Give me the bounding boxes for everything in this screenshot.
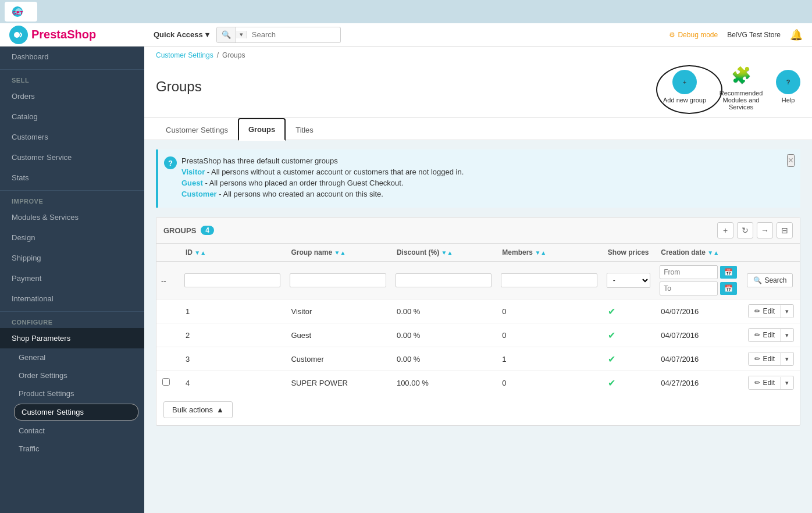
info-box-visitor-line: Visitor - All persons without a customer… xyxy=(181,168,791,176)
filter-show-prices-select[interactable]: - Yes No xyxy=(607,273,650,288)
sidebar-item-catalog[interactable]: Catalog xyxy=(0,106,144,127)
tab-titles[interactable]: Titles xyxy=(286,119,323,140)
sidebar-item-shipping[interactable]: Shipping xyxy=(0,248,144,268)
edit-dropdown-btn-2[interactable]: ▾ xyxy=(781,329,793,341)
breadcrumb-separator: / xyxy=(217,51,219,59)
filter-members-input[interactable] xyxy=(501,273,597,287)
notifications-bell-icon[interactable]: 🔔 xyxy=(790,28,803,41)
sidebar-sub-item-order-settings[interactable]: Order Settings xyxy=(0,366,144,384)
tab-groups[interactable]: Groups xyxy=(238,118,286,141)
edit-main-btn-3[interactable]: ✏ Edit xyxy=(749,352,781,365)
group-name-sort-icon[interactable]: ▼▲ xyxy=(334,250,346,256)
filter-id-input[interactable] xyxy=(184,273,280,287)
content-area: Customer Settings / Groups Groups + Add … xyxy=(144,47,812,513)
row-show-prices-3: ✔ xyxy=(602,347,655,371)
creation-date-sort-icon[interactable]: ▼▲ xyxy=(707,250,719,256)
recommended-modules-button[interactable]: 🧩 Recommended Modules and Services xyxy=(718,63,764,111)
from-calendar-button[interactable]: 📅 xyxy=(720,266,737,279)
quick-access-button[interactable]: Quick Access ▾ xyxy=(154,30,209,39)
row-members-4: 0 xyxy=(496,371,601,395)
from-date-input[interactable] xyxy=(660,265,718,279)
logo-icon xyxy=(9,26,28,44)
to-calendar-button[interactable]: 📅 xyxy=(720,282,737,295)
row-members-2: 0 xyxy=(496,323,601,347)
debug-mode-indicator: ⚙ Debug mode xyxy=(669,31,718,39)
sidebar-item-international[interactable]: International xyxy=(0,288,144,309)
columns-button[interactable]: ⊟ xyxy=(777,222,793,238)
id-sort-icon[interactable]: ▼▲ xyxy=(194,250,206,256)
row-discount-2: 0.00 % xyxy=(391,323,496,347)
row-date-1: 04/07/2016 xyxy=(655,300,742,323)
sidebar-sub-item-general[interactable]: General xyxy=(0,348,144,366)
row-actions-4: ✏ Edit ▾ xyxy=(742,371,800,395)
sidebar-sub-item-customer-settings[interactable]: Customer Settings xyxy=(14,404,138,421)
sidebar-sub-item-contact[interactable]: Contact xyxy=(0,422,144,440)
sidebar-section-improve: IMPROVE xyxy=(0,190,144,207)
sidebar-section-sell: SELL xyxy=(0,69,144,86)
row-actions-3: ✏ Edit ▾ xyxy=(742,347,800,371)
sidebar-sub-item-product-settings[interactable]: Product Settings xyxy=(0,384,144,402)
row-checkbox-4[interactable] xyxy=(162,378,170,386)
filter-search-button[interactable]: 🔍 Search xyxy=(747,273,793,287)
bulk-actions-arrow-icon: ▲ xyxy=(216,405,224,414)
sidebar-item-shop-parameters[interactable]: Shop Parameters xyxy=(0,328,144,348)
table-row: 2 Guest 0.00 % 0 ✔ 04/07/2016 ✏ Edit ▾ xyxy=(156,323,800,347)
row-date-3: 04/07/2016 xyxy=(655,347,742,371)
row-date-2: 04/07/2016 xyxy=(655,323,742,347)
add-new-group-button[interactable]: + Add new group xyxy=(663,70,706,104)
row-id-2: 2 xyxy=(180,323,285,347)
members-sort-icon[interactable]: ▼▲ xyxy=(535,250,546,256)
check-icon: ✔ xyxy=(608,307,615,316)
sidebar-item-payment[interactable]: Payment xyxy=(0,268,144,288)
search-input[interactable] xyxy=(247,30,340,39)
edit-main-btn-1[interactable]: ✏ Edit xyxy=(749,305,781,318)
info-box-close-button[interactable]: × xyxy=(787,154,795,167)
sidebar-item-customer-service[interactable]: Customer Service xyxy=(0,147,144,168)
sidebar-item-design[interactable]: Design xyxy=(0,227,144,248)
sidebar-item-stats[interactable]: Stats xyxy=(0,168,144,188)
filter-name-input[interactable] xyxy=(290,273,386,287)
discount-sort-icon[interactable]: ▼▲ xyxy=(441,250,453,256)
visitor-link[interactable]: Visitor xyxy=(181,168,205,176)
refresh-button[interactable]: ↻ xyxy=(737,222,753,238)
edit-dropdown-btn-1[interactable]: ▾ xyxy=(781,305,793,318)
bulk-actions-button[interactable]: Bulk actions ▲ xyxy=(163,401,233,418)
search-icon[interactable]: 🔍 xyxy=(217,27,236,42)
edit-main-btn-4[interactable]: ✏ Edit xyxy=(749,376,781,389)
breadcrumb-parent-link[interactable]: Customer Settings xyxy=(156,51,213,59)
add-new-group-label: Add new group xyxy=(663,97,706,104)
customer-link[interactable]: Customer xyxy=(181,190,217,198)
sidebar-item-modules[interactable]: Modules & Services xyxy=(0,207,144,227)
row-show-prices-2: ✔ xyxy=(602,323,655,347)
guest-link[interactable]: Guest xyxy=(181,179,203,187)
export-button[interactable]: → xyxy=(757,222,773,238)
add-new-group-wrapper: + Add new group xyxy=(663,70,706,104)
groups-toolbar: + ↻ → ⊟ xyxy=(717,222,793,238)
row-actions-2: ✏ Edit ▾ xyxy=(742,323,800,347)
sidebar: Dashboard SELL Orders Catalog Customers … xyxy=(0,47,144,513)
row-members-3: 1 xyxy=(496,347,601,371)
help-button[interactable]: ? Help xyxy=(776,70,800,104)
groups-title: GROUPS 4 xyxy=(163,226,214,235)
check-icon: ✔ xyxy=(608,354,615,364)
edit-dropdown-btn-3[interactable]: ▾ xyxy=(781,353,793,365)
date-input-row: 📅 📅 xyxy=(660,265,738,295)
from-date-group: 📅 xyxy=(660,265,738,279)
help-icon-circle: ? xyxy=(776,70,800,94)
filter-row: -- xyxy=(156,262,800,300)
question-mark-icon: ? xyxy=(786,79,790,86)
sidebar-item-orders[interactable]: Orders xyxy=(0,86,144,106)
col-checkbox xyxy=(156,244,180,262)
sidebar-item-customers[interactable]: Customers xyxy=(0,127,144,147)
add-row-button[interactable]: + xyxy=(717,222,733,238)
edit-dropdown-btn-4[interactable]: ▾ xyxy=(781,377,793,389)
edit-main-btn-2[interactable]: ✏ Edit xyxy=(749,329,781,341)
sidebar-sub-item-traffic[interactable]: Traffic xyxy=(0,440,144,458)
sidebar-item-dashboard[interactable]: Dashboard xyxy=(0,47,144,67)
search-dropdown-btn[interactable]: ▾ xyxy=(236,31,247,38)
tab-customer-settings[interactable]: Customer Settings xyxy=(156,119,238,140)
filter-discount-input[interactable] xyxy=(396,273,492,287)
table-row: 3 Customer 0.00 % 1 ✔ 04/07/2016 ✏ Edit … xyxy=(156,347,800,371)
tabs-bar: Customer Settings Groups Titles xyxy=(144,118,812,140)
to-date-input[interactable] xyxy=(660,282,718,295)
